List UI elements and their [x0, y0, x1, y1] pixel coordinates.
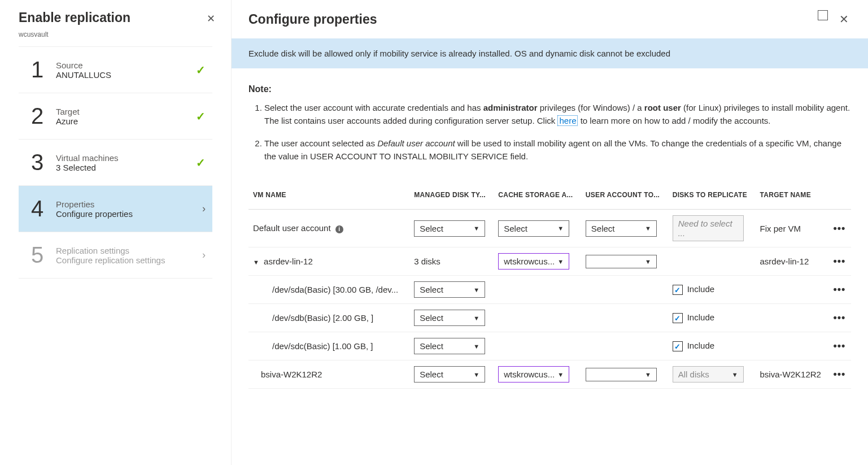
col-user-account: USER ACCOUNT TO...: [581, 181, 668, 210]
learn-more-link[interactable]: here: [557, 115, 578, 126]
vm-properties-table: VM NAME MANAGED DISK TY... CACHE STORAGE…: [248, 181, 851, 389]
row-disk-sda: /dev/sda(Basic) [30.00 GB, /dev... Selec…: [248, 276, 851, 304]
info-banner: Exclude disk will be allowed only if mob…: [232, 38, 868, 68]
step-2-target[interactable]: 2 Target Azure ✓: [19, 93, 212, 140]
step-4-properties[interactable]: 4 Properties Configure properties ›: [19, 186, 212, 232]
col-disks-replicate: DISKS TO REPLICATE: [668, 181, 756, 210]
chevron-down-icon: ▼: [557, 225, 564, 232]
close-icon[interactable]: ✕: [204, 10, 217, 27]
select-cache-storage[interactable]: wtskrowcus...▼: [498, 366, 569, 383]
col-vm-name: VM NAME: [248, 181, 409, 210]
row-default-account: Default user account i Select▼ Select▼ S…: [248, 210, 851, 247]
main-panel: Configure properties ✕ Exclude disk will…: [232, 0, 868, 465]
select-cache-storage[interactable]: Select▼: [498, 220, 569, 237]
chevron-right-icon: ›: [202, 203, 206, 215]
col-target-name: TARGET NAME: [756, 181, 829, 210]
select-user-account[interactable]: ▼: [586, 368, 657, 381]
step-3-virtual-machines[interactable]: 3 Virtual machines 3 Selected ✓: [19, 140, 212, 186]
more-actions-icon[interactable]: •••: [833, 368, 845, 380]
select-disks-replicate: Need to select ...: [673, 215, 744, 241]
info-icon[interactable]: i: [335, 225, 343, 233]
more-actions-icon[interactable]: •••: [833, 312, 845, 323]
select-managed-disk[interactable]: Select▼: [414, 281, 485, 298]
select-managed-disk[interactable]: Select▼: [414, 366, 485, 383]
maximize-icon[interactable]: [818, 10, 828, 20]
chevron-down-icon: ▼: [645, 258, 651, 265]
step-5-replication-settings: 5 Replication settings Configure replica…: [19, 232, 212, 279]
chevron-down-icon: ▼: [473, 286, 479, 293]
row-vm-bsiva-w2k12r2: bsiva-W2K12R2 Select▼ wtskrowcus...▼ ▼ A…: [248, 360, 851, 389]
select-managed-disk[interactable]: Select▼: [414, 338, 485, 354]
more-actions-icon[interactable]: •••: [833, 340, 845, 351]
include-checkbox[interactable]: ✓: [673, 313, 683, 323]
note-item-2: The user account selected as Default use…: [264, 137, 851, 163]
chevron-down-icon: ▼: [473, 343, 479, 350]
row-disk-sdc: /dev/sdc(Basic) [1.00 GB, ] Select▼ ✓Inc…: [248, 332, 851, 360]
select-disks-replicate[interactable]: All disks▼: [673, 366, 744, 383]
chevron-down-icon: ▼: [473, 225, 479, 232]
chevron-down-icon: ▼: [732, 371, 738, 378]
chevron-down-icon: ▼: [645, 371, 651, 378]
col-managed-disk: MANAGED DISK TY...: [409, 181, 494, 210]
col-cache-storage: CACHE STORAGE A...: [494, 181, 581, 210]
row-disk-sdb: /dev/sdb(Basic) [2.00 GB, ] Select▼ ✓Inc…: [248, 304, 851, 332]
chevron-down-icon: ▼: [557, 258, 564, 265]
include-checkbox[interactable]: ✓: [673, 285, 683, 295]
select-managed-disk[interactable]: Select▼: [414, 310, 485, 326]
note-item-1: Select the user account with accurate cr…: [264, 101, 851, 128]
select-user-account[interactable]: Select▼: [586, 220, 657, 237]
chevron-down-icon: ▼: [473, 315, 479, 321]
chevron-right-icon: ›: [202, 249, 206, 261]
select-managed-disk[interactable]: Select▼: [414, 220, 485, 237]
sidebar-title: Enable replication: [19, 10, 130, 25]
step-1-source[interactable]: 1 Source ANUTALLUCS ✓: [19, 46, 212, 93]
close-icon[interactable]: ✕: [837, 10, 851, 28]
check-icon: ✓: [196, 156, 206, 170]
row-vm-asrdev-lin-12: ▼ asrdev-lin-12 3 disks wtskrowcus...▼ ▼…: [248, 247, 851, 276]
select-user-account[interactable]: ▼: [586, 255, 657, 268]
chevron-down-icon: ▼: [473, 371, 479, 378]
more-actions-icon[interactable]: •••: [833, 255, 845, 267]
select-cache-storage[interactable]: wtskrowcus...▼: [498, 253, 569, 270]
note-heading: Note:: [248, 84, 851, 94]
chevron-down-icon: ▼: [645, 225, 651, 232]
sidebar: Enable replication ✕ wcusvault 1 Source …: [0, 0, 232, 465]
sidebar-subtitle: wcusvault: [0, 31, 231, 46]
include-checkbox[interactable]: ✓: [673, 341, 683, 351]
chevron-down-icon: ▼: [557, 371, 564, 378]
check-icon: ✓: [196, 63, 206, 77]
check-icon: ✓: [196, 110, 206, 123]
more-actions-icon[interactable]: •••: [833, 223, 845, 234]
more-actions-icon[interactable]: •••: [833, 284, 845, 295]
page-title: Configure properties: [248, 12, 377, 27]
expand-toggle-icon[interactable]: ▼: [253, 259, 259, 266]
